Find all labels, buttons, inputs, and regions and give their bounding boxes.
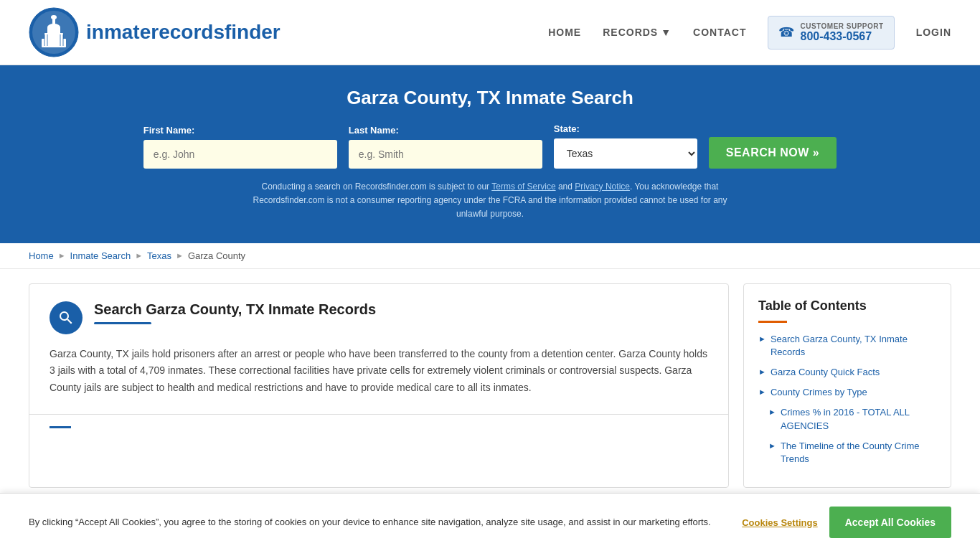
- breadcrumb-current: Garza County: [188, 250, 245, 261]
- main-content: Search Garza County, TX Inmate Records G…: [0, 269, 980, 503]
- section-title-underline: [94, 322, 151, 324]
- section-title-wrap: Search Garza County, TX Inmate Records: [94, 301, 708, 324]
- nav-home[interactable]: HOME: [548, 27, 581, 38]
- toc-item-sub[interactable]: ► Crimes % in 2016 - TOTAL ALL AGENCIES: [758, 406, 936, 432]
- main-nav: HOME RECORDS ▼ CONTACT ☎ CUSTOMER SUPPOR…: [548, 16, 951, 50]
- nav-login[interactable]: LOGIN: [916, 27, 951, 38]
- nav-records[interactable]: RECORDS ▼: [603, 27, 672, 38]
- svg-rect-11: [62, 34, 64, 46]
- toc-item-sub[interactable]: ► The Timeline of the County Crime Trend…: [758, 440, 936, 466]
- breadcrumb-sep-3: ►: [176, 251, 184, 260]
- state-group: State: Texas: [554, 123, 697, 169]
- toc-arrow-3: ►: [758, 387, 766, 396]
- first-name-input[interactable]: [143, 140, 337, 169]
- svg-point-7: [51, 15, 57, 19]
- toc-link-5[interactable]: The Timeline of the County Crime Trends: [781, 440, 936, 466]
- page-title: Garza County, TX Inmate Search: [29, 87, 951, 109]
- second-section-partial: [29, 415, 728, 443]
- svg-rect-10: [60, 34, 61, 46]
- logo-icon: [29, 7, 79, 57]
- terms-link[interactable]: Terms of Service: [491, 182, 555, 192]
- last-name-input[interactable]: [349, 140, 542, 169]
- toc-divider: [758, 321, 787, 323]
- search-icon: [57, 309, 75, 326]
- first-name-label: First Name:: [143, 125, 195, 136]
- breadcrumb-home[interactable]: Home: [29, 250, 54, 261]
- breadcrumb-texas[interactable]: Texas: [147, 250, 171, 261]
- search-icon-circle: [50, 301, 83, 334]
- logo[interactable]: inmaterecordsfinder: [29, 7, 281, 57]
- logo-text: inmaterecordsfinder: [86, 21, 281, 44]
- headset-icon: ☎: [778, 24, 794, 40]
- state-label: State:: [554, 123, 580, 134]
- section-header: Search Garza County, TX Inmate Records: [50, 301, 708, 334]
- table-of-contents: Table of Contents ► Search Garza County,…: [743, 283, 951, 489]
- toc-link-4[interactable]: Crimes % in 2016 - TOTAL ALL AGENCIES: [781, 406, 936, 432]
- content-left: Search Garza County, TX Inmate Records G…: [29, 283, 729, 489]
- search-disclaimer: Conducting a search on Recordsfinder.com…: [239, 180, 741, 222]
- svg-rect-9: [47, 34, 48, 46]
- svg-rect-8: [44, 34, 45, 46]
- last-name-group: Last Name:: [349, 125, 542, 169]
- toc-arrow-5: ►: [768, 441, 776, 450]
- toc-item[interactable]: ► Search Garza County, TX Inmate Records: [758, 333, 936, 359]
- hero-section: Garza County, TX Inmate Search First Nam…: [0, 65, 980, 243]
- toc-item[interactable]: ► Garza County Quick Facts: [758, 366, 936, 379]
- chevron-down-icon: ▼: [661, 27, 672, 38]
- breadcrumb-sep-2: ►: [135, 251, 143, 260]
- partial-underline: [50, 426, 71, 428]
- privacy-link[interactable]: Privacy Notice: [575, 182, 630, 192]
- site-header: inmaterecordsfinder HOME RECORDS ▼ CONTA…: [0, 0, 980, 65]
- cookie-banner: By clicking “Accept All Cookies”, you ag…: [0, 493, 980, 502]
- toc-item[interactable]: ► County Crimes by Type: [758, 386, 936, 399]
- toc-link-1[interactable]: Search Garza County, TX Inmate Records: [771, 333, 936, 359]
- first-name-group: First Name:: [143, 125, 337, 169]
- section-body: Garza County, TX jails hold prisoners af…: [50, 346, 708, 397]
- last-name-label: Last Name:: [349, 125, 399, 136]
- toc-title: Table of Contents: [758, 298, 936, 314]
- search-records-section: Search Garza County, TX Inmate Records G…: [29, 284, 728, 415]
- toc-link-2[interactable]: Garza County Quick Facts: [771, 366, 880, 379]
- customer-support[interactable]: ☎ CUSTOMER SUPPORT 800-433-0567: [768, 16, 894, 50]
- breadcrumb-sep-1: ►: [58, 251, 66, 260]
- toc-arrow-4: ►: [768, 408, 776, 416]
- nav-contact[interactable]: CONTACT: [693, 27, 746, 38]
- breadcrumb: Home ► Inmate Search ► Texas ► Garza Cou…: [0, 243, 980, 269]
- section-title: Search Garza County, TX Inmate Records: [94, 301, 708, 318]
- search-button[interactable]: SEARCH NOW »: [709, 137, 837, 169]
- breadcrumb-inmate-search[interactable]: Inmate Search: [70, 250, 131, 261]
- toc-link-3[interactable]: County Crimes by Type: [771, 386, 867, 399]
- toc-arrow-1: ►: [758, 334, 766, 343]
- state-select[interactable]: Texas: [554, 138, 697, 169]
- search-form: First Name: Last Name: State: Texas SEAR…: [29, 123, 951, 169]
- toc-arrow-2: ►: [758, 367, 766, 376]
